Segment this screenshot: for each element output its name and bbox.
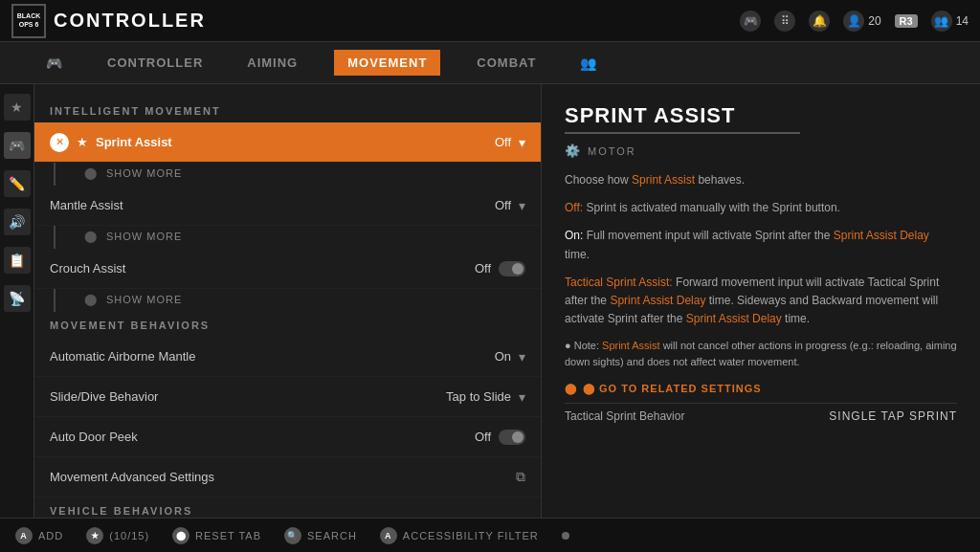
bottom-favorites[interactable]: ★ (10/15)	[86, 527, 149, 544]
tab-aiming[interactable]: AIMING	[239, 52, 305, 74]
b-icon-mantle: ⬤	[84, 230, 97, 243]
slide-dive-behavior-chevron: ▾	[519, 389, 525, 405]
status-dot-indicator	[562, 532, 569, 540]
sprint-assist-delay-highlight-on: Sprint Assist Delay	[834, 229, 929, 242]
b-icon-sprint: ⬤	[84, 166, 97, 180]
sidebar-icon-sound[interactable]: 🔊	[4, 209, 31, 235]
bottom-bar: A ADD ★ (10/15) ⬤ RESET TAB 🔍 SEARCH A A…	[0, 518, 980, 552]
tab-combat[interactable]: COMBAT	[469, 52, 544, 74]
sidebar-icon-list[interactable]: 📋	[4, 247, 31, 274]
reset-label: RESET TAB	[195, 530, 261, 541]
sprint-assist-delay-highlight-tactical2: Sprint Assist Delay	[686, 312, 782, 325]
crouch-assist-label: Crouch Assist	[50, 261, 475, 276]
star-icon-sprint-assist[interactable]: ★	[77, 135, 88, 149]
tab-movement[interactable]: MOVEMENT	[334, 50, 440, 76]
option-off-label: Off:	[565, 201, 583, 214]
bottom-reset-tab[interactable]: ⬤ RESET TAB	[172, 527, 261, 544]
sprint-assist-indent: ⬤ SHOW MORE	[54, 163, 541, 186]
setting-row-mantle-assist[interactable]: Mantle Assist Off ▾	[34, 186, 541, 226]
settings-panel: INTELLIGENT MOVEMENT ✕ ★ Sprint Assist O…	[34, 84, 542, 518]
show-more-label-mantle: SHOW MORE	[106, 231, 182, 242]
add-label: ADD	[38, 530, 63, 541]
bottom-accessibility[interactable]: A ACCESSIBILITY FILTER	[380, 527, 539, 544]
accessibility-label: ACCESSIBILITY FILTER	[403, 530, 539, 541]
show-more-label-crouch: SHOW MORE	[106, 294, 182, 305]
sprint-assist-label: Sprint Assist	[96, 135, 495, 149]
grid-icon-top[interactable]: ⠿	[774, 11, 795, 32]
auto-door-peek-label: Auto Door Peek	[50, 430, 475, 444]
tab-controller[interactable]: CONTROLLER	[100, 52, 211, 74]
mantle-assist-show-more[interactable]: ⬤ SHOW MORE	[56, 226, 541, 249]
top-icons: 🎮 ⠿ 🔔 👤 20 R3 👥 14	[740, 11, 969, 32]
bottom-add[interactable]: A ADD	[15, 527, 63, 544]
star-button-fav[interactable]: ★	[86, 527, 103, 544]
section-label-vehicle-behaviors: VEHICLE BEHAVIORS	[34, 497, 541, 518]
slide-dive-behavior-label: Slide/Dive Behavior	[50, 389, 446, 404]
sidebar-icon-edit[interactable]: ✏️	[4, 170, 31, 197]
setting-row-slide-dive-behavior[interactable]: Slide/Dive Behavior Tap to Slide ▾	[34, 377, 541, 417]
search-button[interactable]: 🔍	[284, 527, 301, 544]
info-description-intro: Choose how Sprint Assist behaves.	[565, 171, 957, 189]
related-settings-label: ⬤ GO TO RELATED SETTINGS	[583, 383, 762, 395]
crouch-assist-toggle[interactable]	[499, 261, 525, 276]
info-option-on: On: Full movement input will activate Sp…	[565, 227, 957, 263]
mantle-assist-chevron: ▾	[519, 198, 525, 213]
slide-dive-behavior-value: Tap to Slide	[446, 389, 511, 404]
auto-door-peek-value: Off	[475, 430, 491, 444]
sprint-assist-note-highlight: Sprint Assist	[602, 340, 660, 351]
info-note: ● Note: Sprint Assist will not cancel ot…	[565, 338, 957, 369]
b-icon-crouch: ⬤	[84, 293, 97, 306]
sidebar-icon-star[interactable]: ★	[4, 94, 31, 121]
crouch-assist-value: Off	[475, 261, 491, 276]
crouch-assist-show-more[interactable]: ⬤ SHOW MORE	[56, 289, 541, 312]
category-icon: ⚙️	[565, 144, 582, 158]
nav-icon-controller[interactable]: 🎮	[38, 52, 71, 75]
logo-area: BLACKOPS 6 CONTROLLER	[11, 4, 206, 38]
gamepad-icon-top[interactable]: 🎮	[740, 11, 761, 32]
option-on-label: On:	[565, 229, 583, 242]
search-label: SEARCH	[307, 530, 357, 541]
title-underline	[565, 132, 800, 134]
section-label-movement-behaviors: MOVEMENT BEHAVIORS	[34, 312, 541, 337]
bell-icon-top[interactable]: 🔔	[809, 11, 830, 32]
setting-row-movement-advanced-settings[interactable]: Movement Advanced Settings ⧉	[34, 457, 541, 497]
people-nav-icon: 👥	[580, 55, 597, 71]
automatic-airborne-mantle-label: Automatic Airborne Mantle	[50, 349, 495, 364]
info-panel: Sprint Assist ⚙️ MOTOR Choose how Sprint…	[542, 84, 980, 518]
sidebar-icon-signal[interactable]: 📡	[4, 285, 31, 312]
page-title: CONTROLLER	[54, 10, 206, 32]
info-title: Sprint Assist	[565, 103, 957, 128]
person-count: 👤 20	[843, 11, 880, 32]
show-more-label-sprint: SHOW MORE	[106, 167, 182, 179]
gamepad-nav-icon: 🎮	[46, 55, 63, 71]
sprint-assist-show-more[interactable]: ⬤ SHOW MORE	[56, 163, 541, 186]
setting-row-automatic-airborne-mantle[interactable]: Automatic Airborne Mantle On ▾	[34, 337, 541, 377]
logo-box: BLACKOPS 6	[11, 4, 46, 38]
automatic-airborne-mantle-value: On	[495, 349, 511, 364]
sprint-assist-highlight-intro: Sprint Assist	[632, 173, 695, 187]
sprint-assist-chevron: ▾	[519, 135, 525, 150]
circle-button-reset[interactable]: ⬤	[172, 527, 189, 544]
related-setting-row-tactical-sprint[interactable]: Tactical Sprint Behavior SINGLE TAP SPRI…	[565, 403, 957, 429]
setting-row-auto-door-peek[interactable]: Auto Door Peek Off	[34, 417, 541, 457]
related-settings-header: ⬤ ⬤ GO TO RELATED SETTINGS	[565, 383, 957, 395]
sprint-assist-value: Off	[495, 135, 511, 149]
automatic-airborne-mantle-chevron: ▾	[519, 349, 525, 364]
close-icon[interactable]: ✕	[50, 133, 69, 152]
a-button-add[interactable]: A	[15, 527, 33, 544]
setting-row-crouch-assist[interactable]: Crouch Assist Off	[34, 249, 541, 289]
main-layout: ★ 🎮 ✏️ 🔊 📋 📡 INTELLIGENT MOVEMENT ✕ ★ Sp…	[0, 84, 980, 518]
related-setting-value-tactical-sprint: SINGLE TAP SPRINT	[829, 409, 957, 423]
mantle-assist-indent: ⬤ SHOW MORE	[54, 226, 541, 249]
nav-icon-extra[interactable]: 👥	[572, 52, 605, 75]
sidebar-icon-gamepad[interactable]: 🎮	[4, 132, 31, 159]
movement-advanced-settings-link-icon[interactable]: ⧉	[516, 469, 525, 485]
bottom-search[interactable]: 🔍 SEARCH	[284, 527, 357, 544]
option-tactical-label: Tactical Sprint Assist:	[565, 276, 673, 289]
section-label-intelligent-movement: INTELLIGENT MOVEMENT	[34, 98, 541, 122]
auto-door-peek-toggle[interactable]	[499, 430, 525, 445]
a-button-accessibility[interactable]: A	[380, 527, 397, 544]
top-bar: BLACKOPS 6 CONTROLLER 🎮 ⠿ 🔔 👤 20 R3 👥 14	[0, 0, 980, 42]
player-icon-top[interactable]: 👥 14	[931, 11, 969, 32]
setting-row-sprint-assist[interactable]: ✕ ★ Sprint Assist Off ▾	[34, 122, 541, 163]
